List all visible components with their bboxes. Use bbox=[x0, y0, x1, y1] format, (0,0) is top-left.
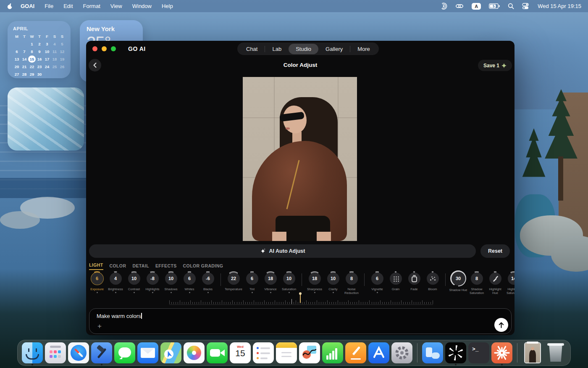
ruler-tick bbox=[386, 302, 387, 304]
dial-saturation[interactable]: 10Saturation bbox=[280, 270, 298, 297]
calendar-widget[interactable]: APRIL MTWTFSS123456789101112131415161718… bbox=[8, 21, 71, 78]
zoom-window-button[interactable] bbox=[111, 46, 116, 51]
dock-freeform[interactable] bbox=[299, 342, 320, 364]
send-button[interactable] bbox=[494, 318, 508, 332]
dial-exposure[interactable]: 6Exposure bbox=[88, 270, 106, 297]
dock-photo-file[interactable] bbox=[522, 342, 543, 364]
dock-xcode[interactable] bbox=[91, 342, 112, 364]
menu-clock[interactable]: Wed 15 Apr 19:15 bbox=[538, 3, 581, 9]
dock-mail[interactable] bbox=[137, 342, 158, 364]
dial-group-divider bbox=[445, 273, 446, 286]
prompt-input[interactable]: Make warm colors + bbox=[89, 308, 512, 334]
dial-temperature[interactable]: 22Temperature bbox=[224, 270, 243, 297]
dial-vibrance[interactable]: 18Vibrance bbox=[261, 270, 280, 297]
adjust-tab-light[interactable]: LIGHT bbox=[89, 262, 103, 270]
dock-notes[interactable] bbox=[276, 342, 297, 364]
dock-finder[interactable] bbox=[22, 342, 43, 364]
tab-studio[interactable]: Studio bbox=[289, 44, 318, 54]
dock-photos[interactable] bbox=[184, 342, 205, 364]
calendar-day: 16 bbox=[36, 56, 43, 63]
tab-lab[interactable]: Lab bbox=[265, 44, 289, 54]
dock-launchpad[interactable] bbox=[45, 342, 66, 364]
dial-label: Tint bbox=[243, 287, 261, 291]
dock-system-settings[interactable] bbox=[391, 342, 412, 364]
tab-more[interactable]: More bbox=[350, 44, 377, 54]
photo-canvas[interactable]: See Original bbox=[243, 77, 357, 241]
menu-item-goai[interactable]: GOAI bbox=[21, 3, 34, 9]
dial-shadow-saturation[interactable]: 8Shadow Saturation bbox=[467, 270, 486, 297]
dial-highlight-hue[interactable]: Highlight Hue bbox=[486, 270, 504, 297]
dock-numbers[interactable] bbox=[322, 342, 343, 364]
save-button[interactable]: Save 1 bbox=[478, 60, 512, 71]
menu-item-view[interactable]: View bbox=[110, 3, 122, 9]
dock-safari[interactable] bbox=[68, 342, 89, 364]
dock-calendar[interactable]: Wed 15 bbox=[230, 342, 251, 364]
dial-brightness[interactable]: 4Brightness bbox=[106, 270, 125, 297]
link-icon[interactable] bbox=[455, 3, 464, 9]
ai-auto-adjust-button[interactable]: AI Auto Adjust bbox=[89, 244, 476, 258]
apple-menu-icon[interactable] bbox=[7, 3, 13, 10]
menu-item-help[interactable]: Help bbox=[162, 3, 173, 9]
dial-shadow-hue[interactable]: 30Shadow Hue bbox=[449, 270, 467, 297]
menu-item-file[interactable]: File bbox=[45, 3, 53, 9]
ruler-needle[interactable] bbox=[300, 294, 301, 303]
dock-window-manager[interactable] bbox=[422, 342, 443, 364]
dock-app-store[interactable] bbox=[368, 342, 389, 364]
dial-blacks[interactable]: -6Blacks bbox=[199, 270, 217, 297]
grain-icon bbox=[393, 275, 399, 282]
menu-item-edit[interactable]: Edit bbox=[63, 3, 73, 9]
tab-chat[interactable]: Chat bbox=[239, 44, 265, 54]
dock-messages[interactable] bbox=[114, 342, 135, 364]
dock-go-ai[interactable] bbox=[491, 342, 512, 364]
control-center-icon[interactable] bbox=[522, 3, 529, 9]
attach-plus-button[interactable]: + bbox=[96, 323, 103, 330]
airdrop-icon[interactable] bbox=[440, 3, 447, 10]
reset-button[interactable]: Reset bbox=[480, 244, 510, 258]
dial-grain[interactable]: Grain bbox=[386, 270, 405, 297]
dial-tint[interactable]: 6Tint bbox=[243, 270, 261, 297]
dock-facetime[interactable] bbox=[207, 342, 228, 364]
ruler-tick bbox=[169, 300, 170, 304]
calendar-day: 26 bbox=[58, 63, 66, 70]
ruler-tick bbox=[424, 302, 425, 304]
minimize-window-button[interactable] bbox=[102, 46, 107, 51]
desktop: GOAIFileEditFormatViewWindowHelp A bbox=[0, 0, 588, 368]
adjust-tab-effects[interactable]: EFFECTS bbox=[155, 263, 177, 270]
photos-widget[interactable] bbox=[8, 87, 84, 151]
dial-whites[interactable]: 6Whites bbox=[180, 270, 199, 297]
ruler-tick bbox=[273, 302, 273, 304]
dial-clarity[interactable]: 10Clarity bbox=[324, 270, 342, 297]
dock-trash[interactable] bbox=[545, 342, 566, 364]
calendar-day bbox=[13, 40, 21, 48]
ruler-tick bbox=[194, 302, 195, 304]
adjust-tab-detail[interactable]: DETAIL bbox=[132, 263, 149, 270]
battery-icon[interactable] bbox=[489, 3, 500, 9]
dial-noise-reduction[interactable]: 8Noise Reduction bbox=[342, 270, 361, 297]
dial-highlight-saturation[interactable]: 14Highlight Saturation bbox=[504, 270, 514, 297]
dial-highlights[interactable]: -8Highlights bbox=[143, 270, 162, 297]
adjust-ruler[interactable] bbox=[169, 298, 433, 305]
close-window-button[interactable] bbox=[92, 46, 97, 51]
adjust-tab-color-grading[interactable]: COLOR GRADING bbox=[183, 263, 223, 270]
dial-contrast[interactable]: 10Contrast bbox=[125, 270, 143, 297]
ruler-tick bbox=[412, 300, 412, 304]
dial-sharpness[interactable]: 18Sharpness bbox=[305, 270, 324, 297]
menu-item-window[interactable]: Window bbox=[132, 3, 152, 9]
dock-shutter-camera[interactable] bbox=[445, 342, 466, 364]
dial-shadows[interactable]: 10Shadows bbox=[162, 270, 180, 297]
dial-bloom[interactable]: Bloom bbox=[423, 270, 442, 297]
dock-maps[interactable] bbox=[160, 342, 181, 364]
dock-reminders[interactable] bbox=[253, 342, 274, 364]
tab-gallery[interactable]: Gallery bbox=[318, 44, 350, 54]
adjust-tab-color[interactable]: COLOR bbox=[110, 263, 126, 270]
dock-terminal[interactable]: >_ bbox=[468, 342, 489, 364]
spotlight-search-icon[interactable] bbox=[508, 3, 514, 9]
menu-item-format[interactable]: Format bbox=[83, 3, 100, 9]
calendar-day: 8 bbox=[28, 48, 36, 55]
dock-pages[interactable] bbox=[345, 342, 366, 364]
dial-vignette[interactable]: 6Vignette bbox=[368, 270, 386, 297]
terminal-icon: >_ bbox=[468, 342, 489, 363]
keyboard-input-badge[interactable]: A bbox=[472, 3, 481, 10]
safari-icon bbox=[68, 342, 89, 363]
dial-fade[interactable]: Fade bbox=[405, 270, 423, 297]
